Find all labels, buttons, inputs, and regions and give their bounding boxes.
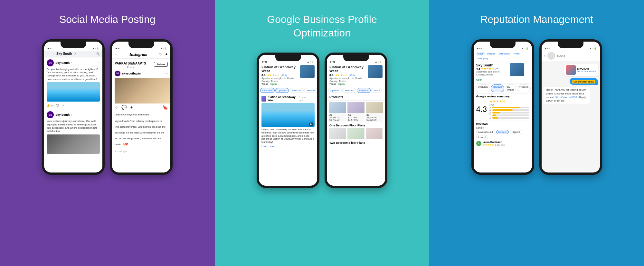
- sms-biz-img: [566, 65, 576, 75]
- ig-logo: Instagram: [118, 52, 159, 57]
- ig-profile-section: PARKATSIENAAPTS Posts Follow: [112, 59, 170, 70]
- facebook-phone: 9:41 ▲ ᵢᵢ 🔋 ← ← Sky South ✓ 🔍 SS: [42, 39, 105, 175]
- rep-tab-reviews[interactable]: Reviews: [491, 84, 504, 92]
- product-price-1: $1,489.00 –$1,772.00: [329, 116, 346, 122]
- fb-search-icon[interactable]: 🔍: [96, 52, 100, 55]
- ig-timestamp: 3 hours ago: [115, 150, 127, 153]
- gbp-tab-services[interactable]: Services: [304, 88, 317, 93]
- gbp-prod-tab-products[interactable]: Products: [357, 88, 371, 93]
- social-phones-row: 9:41 ▲ ᵢᵢ 🔋 ← ← Sky South ✓ 🔍 SS: [42, 39, 173, 175]
- gbp-updates-tabs[interactable]: Overview Updates Products Services: [259, 87, 317, 94]
- sort-newest[interactable]: Newest: [496, 130, 509, 134]
- gbp-prod-tab-services[interactable]: Services: [342, 88, 356, 93]
- product-item-1[interactable]: A3 $1,489.00 –$1,772.00: [329, 102, 346, 122]
- map-tab-news[interactable]: News: [512, 52, 521, 55]
- ig-comment-icon[interactable]: 💬: [121, 105, 127, 110]
- rep-biz-more[interactable]: ⋮: [526, 63, 529, 67]
- gbp-products-tabs[interactable]: Updates Services Products About: [327, 87, 385, 94]
- rep-biz-stars: ★★★★½: [481, 67, 494, 70]
- gbp-updates-status: Texas · Open: [261, 83, 300, 85]
- sms-review-link[interactable]: https://short.url/156: [555, 96, 577, 99]
- ig-follow-button[interactable]: Follow: [154, 62, 168, 67]
- fb-post-1-name: Sky South: [55, 61, 70, 64]
- fb-post-2-more[interactable]: ···: [97, 113, 100, 117]
- rep-biz-rating-row: 4.3 ★★★★½ (78): [476, 67, 508, 70]
- ig-inline-more[interactable]: ···: [165, 72, 168, 75]
- ig-bookmark-icon[interactable]: 🔖: [162, 105, 168, 110]
- fb-status-icons: ▲ ᵢᵢ 🔋: [92, 47, 99, 50]
- gbp-post-img-label: ▶: [309, 123, 313, 126]
- gbp-products-rating-num: 3.6: [329, 74, 334, 77]
- rep-tab-overview[interactable]: Overview: [476, 84, 490, 92]
- gbp-products-stars: ★★★½☆: [335, 74, 348, 77]
- grs-fill-3: [492, 112, 500, 113]
- floor-plan-img-2: [347, 128, 364, 139]
- sort-most-relevant[interactable]: Most relevant: [476, 130, 495, 134]
- fb-share-action[interactable]: ↗: [62, 104, 64, 107]
- ig-share-icon[interactable]: ✈: [129, 105, 133, 110]
- fb-post-2-verified: ✓: [71, 113, 73, 116]
- fb-post-1-header: SS Sky South ✓ ···: [47, 59, 100, 66]
- grs-count: (78): [489, 103, 529, 106]
- rep-google-content: Maps Images Directions News Shopping Sky…: [474, 51, 532, 172]
- rep-biz-header: Sky South 4.3 ★★★★½ (78) Apartment compl…: [474, 62, 532, 84]
- ig-liked-text: Liked by Anonymous and others: [115, 113, 149, 116]
- rep-biz-open: Open: [476, 78, 483, 81]
- ig-profile-name: PARKATSIENAAPTS: [115, 62, 146, 65]
- map-tab-directions[interactable]: Directions: [498, 52, 511, 55]
- gbp-updates-rating-row: 3.6 ★★★½☆ (129): [261, 74, 300, 77]
- gbp-post-more[interactable]: ⋮: [311, 97, 315, 101]
- rep-biz-name: Sky South: [476, 63, 508, 67]
- product-price-3: $1,579.00 –$2,199.00: [366, 116, 383, 122]
- product-item-2[interactable]: A1 $1,319.00 –$1,675.00: [347, 102, 365, 122]
- sort-highest[interactable]: Highest: [510, 130, 522, 134]
- gbp-tab-overview[interactable]: Overview: [260, 88, 275, 93]
- product-img-2: [347, 102, 365, 113]
- map-tab-images[interactable]: Images: [486, 52, 497, 55]
- floor-plan-img-3: [366, 128, 383, 139]
- products-grid: A3 $1,489.00 –$1,772.00 A1 $1,319.00 –$1…: [327, 101, 385, 123]
- fb-content: ← ← Sky South ✓ 🔍 SS Sky South ✓: [44, 51, 102, 172]
- sort-lowest[interactable]: Lowest: [476, 135, 488, 139]
- map-tab-maps[interactable]: Maps: [476, 52, 485, 55]
- rep-map-tabs-header: Maps Images Directions News Shopping: [474, 51, 532, 62]
- reputation-phones-row: 9:41 ▲ ᵢᵢ 🔋 Maps Images Directions News …: [471, 39, 602, 175]
- gbp-learn-more-link[interactable]: Learn more: [261, 145, 315, 148]
- gbp-updates-rating-num: 3.6: [261, 74, 266, 77]
- reviews-section: Reviews Sort by Most relevant Newest Hig…: [474, 121, 532, 149]
- fb-verified-badge: ✓: [74, 52, 77, 55]
- sms-highlight-bubble: Click the link below: [570, 78, 598, 85]
- gbp-tab-products[interactable]: Products: [289, 88, 304, 93]
- ig-send-icon[interactable]: ✈: [165, 52, 168, 56]
- grs-fill-5: [492, 107, 520, 108]
- product-img-1: [329, 102, 346, 113]
- fb-post-1-verified: ✓: [71, 61, 73, 64]
- fb-like-action[interactable]: 👍 15: [47, 104, 53, 107]
- gbp-products-rating-row: 3.6 ★★★½☆ (129): [329, 74, 368, 77]
- gbp-prod-tab-about[interactable]: About: [371, 88, 382, 93]
- gbp-updates-location: Texas ·: [261, 83, 270, 85]
- gbp-products-type: Apartment complex in Harris County, Texa…: [329, 77, 368, 83]
- fb-post-1-more[interactable]: ···: [97, 61, 100, 64]
- sms-messages-list: SkySouth Tell us how we did! Click the l…: [542, 61, 600, 172]
- grs-title: Google review summary: [476, 95, 529, 98]
- ig-back-arrow[interactable]: ＜: [115, 52, 118, 56]
- fb-post-2-header: SS Sky South ✓ ···: [47, 111, 100, 118]
- products-more-icon[interactable]: ⋮: [379, 95, 383, 99]
- sms-contact-id: 89548: [557, 54, 565, 57]
- product-item-3[interactable]: B1 $1,579.00 –$2,199.00: [366, 102, 383, 122]
- map-tab-shopping[interactable]: Shopping: [476, 57, 489, 60]
- fb-comment-action[interactable]: 💬: [56, 104, 59, 107]
- ig-content: ＜ Instagram ♡ ✈ PARKATSIENAAPTS Posts Fo…: [112, 51, 170, 172]
- rep-tab-byowner[interactable]: By owner: [505, 84, 516, 92]
- ig-like-icon[interactable]: ♡: [115, 105, 119, 110]
- gbp-prod-tab-updates[interactable]: Updates: [328, 88, 342, 93]
- fb-back-arrow[interactable]: ←: [47, 52, 50, 56]
- rep-tab-products[interactable]: Products: [517, 84, 531, 92]
- gbp-products-biz-name: Elation at Grandway West: [329, 65, 368, 73]
- reviews-title: Reviews: [476, 122, 529, 125]
- ig-heart-icon[interactable]: ♡: [159, 52, 162, 56]
- rep-biz-type: Apartment complex in Chicago, Illinois: [476, 70, 508, 76]
- gbp-tab-updates[interactable]: Updates: [275, 88, 289, 93]
- sms-back-arrow[interactable]: ‹: [544, 53, 545, 58]
